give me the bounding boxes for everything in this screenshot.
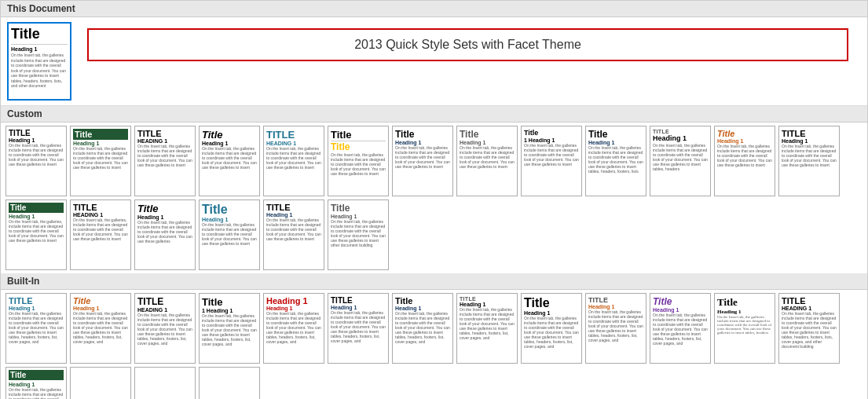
custom-style-11[interactable]: Title Heading 1 On the Insert tab, the g… <box>650 126 711 196</box>
custom-style-17[interactable]: Title Heading 1 On the Insert tab, the g… <box>199 200 260 270</box>
builtin-style-4[interactable]: Title 1 Heading 1 On the Insert tab, the… <box>199 293 260 364</box>
builtin-style-3[interactable]: TITLE HEADING 1 On the Insert tab, the g… <box>134 293 196 364</box>
builtin-style-8[interactable]: TITLE Heading 1 On the Insert tab, the g… <box>456 293 518 364</box>
custom-style-9[interactable]: Title 1 Heading 1 On the Insert tab, the… <box>521 126 582 196</box>
custom-style-6[interactable]: Title Title On the Insert tab, the galle… <box>328 126 389 196</box>
builtin-style-16[interactable]: · · · <box>134 367 196 399</box>
builtin-style-5[interactable]: Heading 1 Heading 1 On the Insert tab, t… <box>263 293 324 364</box>
custom-style-7[interactable]: Title Heading 1 On the Insert tab, the g… <box>392 126 453 196</box>
custom-style-12[interactable]: Title Heading 1 On the Insert tab, the g… <box>714 126 775 196</box>
custom-style-13[interactable]: TITLE Heading 1 On the Insert tab, the g… <box>778 126 840 196</box>
custom-header: Custom <box>1 106 867 123</box>
custom-style-4[interactable]: Title Heading 1 On the Insert tab, the g… <box>199 126 260 196</box>
custom-style-8[interactable]: Title Heading 1 On the Insert tab, the g… <box>456 126 518 196</box>
builtin-style-14[interactable]: Title Heading 1 On the Insert tab, the g… <box>5 367 67 399</box>
custom-style-1[interactable]: TITLE Heading 1 On the Insert tab, the g… <box>5 126 67 196</box>
builtin-style-17[interactable]: · · · <box>199 367 260 399</box>
scrollable-styles[interactable]: Custom TITLE Heading 1 On the Insert tab… <box>1 106 867 399</box>
custom-style-19[interactable]: Title Heading 1 On the Insert tab, the g… <box>328 200 389 270</box>
custom-style-15[interactable]: TITLE HEADING 1 On the Insert tab, the g… <box>70 200 131 270</box>
style-set-panel: This Document Title Heading 1 On the Ins… <box>0 0 868 399</box>
builtin-style-1[interactable]: TITLE Heading 1 On the Insert tab, the g… <box>5 293 67 364</box>
custom-style-5[interactable]: TITLE HEADING 1 On the Insert tab, the g… <box>263 126 324 196</box>
builtin-style-13[interactable]: TITLE HEADING 1 On the Insert tab, the g… <box>778 293 840 364</box>
builtin-style-2[interactable]: Title Heading 1 On the Insert tab, the g… <box>70 293 131 364</box>
builtin-style-6[interactable]: TITLE Heading 1 On the Insert tab, the g… <box>328 293 389 364</box>
builtin-style-12[interactable]: Title Heading 1 On the Insert tab, the g… <box>714 293 775 364</box>
builtin-style-11[interactable]: Title Heading 1 On the Insert tab, the g… <box>650 293 711 364</box>
builtin-style-15[interactable]: · · · <box>70 367 131 399</box>
builtin-style-9[interactable]: Title Heading 1 On the Insert tab, the g… <box>521 293 582 364</box>
builtin-style-7[interactable]: Title Heading 1 On the Insert tab, the g… <box>392 293 453 364</box>
custom-style-16[interactable]: Title Heading 1 On the Insert tab, the g… <box>134 200 196 270</box>
custom-style-2[interactable]: Title Heading 1 On the Insert tab, the g… <box>70 126 131 196</box>
custom-style-14[interactable]: Title Heading 1 On the Insert tab, the g… <box>5 200 67 270</box>
custom-styles-grid: TITLE Heading 1 On the Insert tab, the g… <box>1 123 867 273</box>
current-style-thumb[interactable]: Title Heading 1 On the Insert tab, the g… <box>7 22 71 101</box>
preview-banner: 2013 Quick Style Sets with Facet Theme <box>87 28 848 61</box>
built-in-styles-grid: TITLE Heading 1 On the Insert tab, the g… <box>1 290 867 399</box>
custom-style-18[interactable]: TITLE Heading 1 On the Insert tab, the g… <box>263 200 324 270</box>
this-document-header: This Document <box>1 1 867 17</box>
custom-style-10[interactable]: Title Heading 1 On the Insert tab, the g… <box>585 126 646 196</box>
custom-style-3[interactable]: TITLE HEADING 1 On the Insert tab, the g… <box>134 126 196 196</box>
builtin-style-10[interactable]: TITLE Heading 1 On the Insert tab, the g… <box>585 293 646 364</box>
built-in-header: Built-In <box>1 273 867 290</box>
